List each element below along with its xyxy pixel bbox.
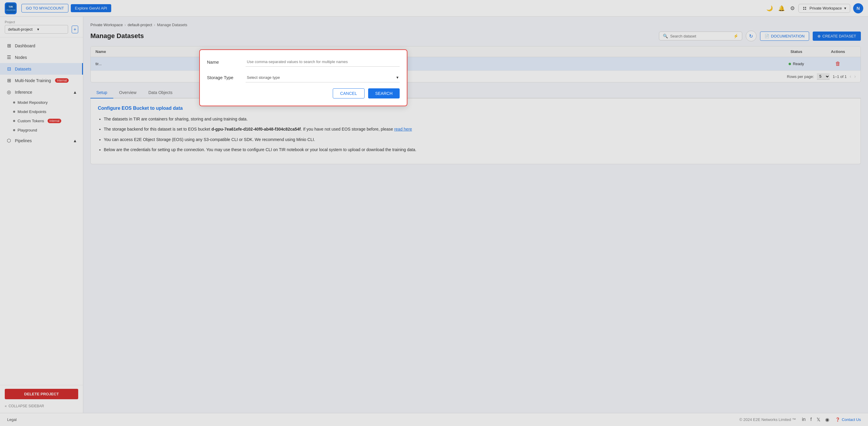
storage-type-select[interactable]: Select storage type ▾	[246, 72, 400, 83]
name-input[interactable]	[246, 57, 400, 67]
storage-type-value: Select storage type	[247, 75, 396, 80]
search-button[interactable]: SEARCH	[368, 88, 400, 98]
name-label: Name	[207, 60, 240, 65]
storage-type-label: Storage Type	[207, 75, 240, 80]
filter-storage-row: Storage Type Select storage type ▾	[207, 72, 400, 83]
filter-popup: Name Storage Type Select storage type ▾ …	[199, 50, 407, 106]
content-area: Private Workspace › default-project › Ma…	[83, 17, 868, 413]
storage-select-chevron-icon: ▾	[396, 75, 399, 80]
filter-actions: CANCEL SEARCH	[207, 88, 400, 98]
filter-name-row: Name	[207, 57, 400, 67]
cancel-button[interactable]: CANCEL	[333, 88, 365, 98]
